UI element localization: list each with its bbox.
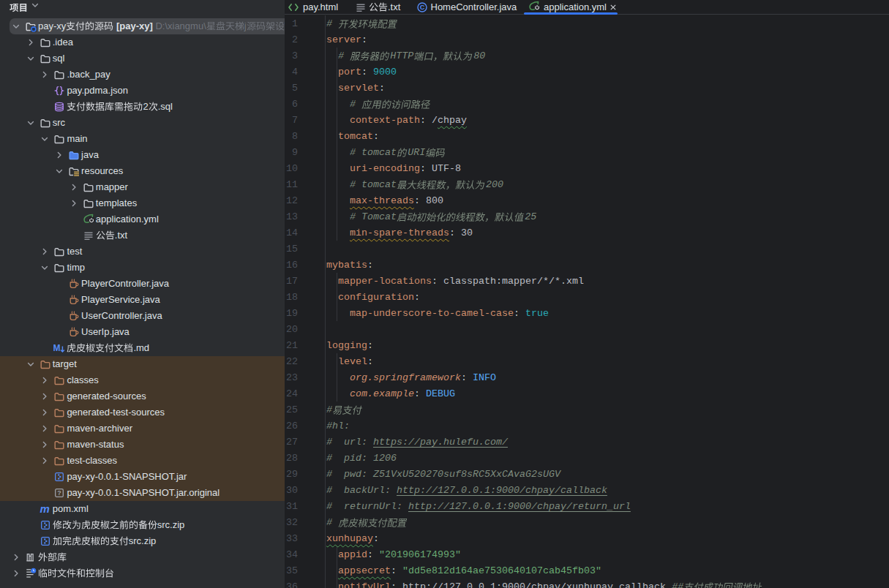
svg-text:m: m (40, 503, 49, 515)
svg-text:C: C (420, 4, 425, 11)
svg-text:M: M (53, 343, 61, 353)
svg-text:?: ? (58, 489, 62, 497)
